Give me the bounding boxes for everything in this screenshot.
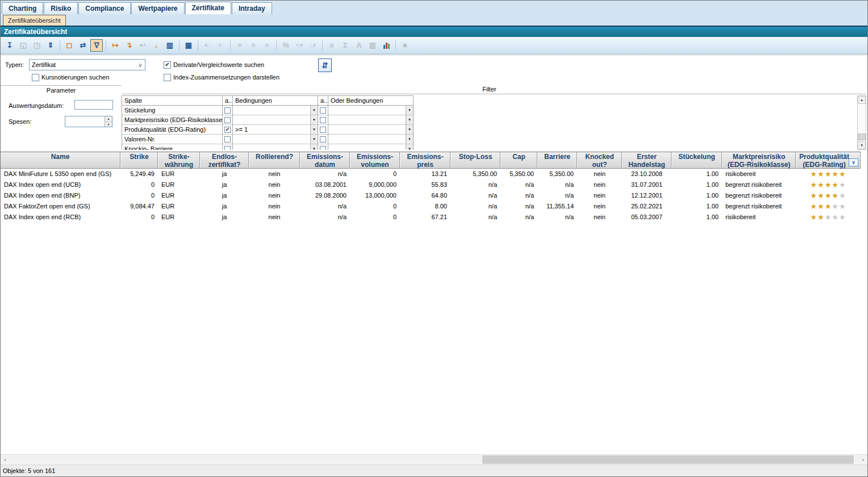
checkbox-icon[interactable]: [224, 127, 231, 133]
checkbox-icon[interactable]: [320, 146, 326, 150]
filter-spalte-cell[interactable]: Produktqualität (EDG-Rating): [122, 125, 223, 135]
fit-height-icon[interactable]: ⇕: [44, 39, 57, 52]
filter-oder-bedingung-cell[interactable]: ▼: [328, 115, 414, 125]
dropdown-arrow-icon[interactable]: ▼: [406, 115, 413, 124]
col-header-strike[interactable]: Strike- währung: [158, 152, 200, 168]
insert-column-icon[interactable]: ↦: [109, 39, 122, 52]
filter-bedingung-cell[interactable]: ▼: [233, 106, 318, 115]
dropdown-arrow-icon[interactable]: ▼: [310, 115, 318, 124]
col-header-rollierend[interactable]: Rollierend?: [249, 152, 300, 168]
filter-oder-aktiv-cell[interactable]: [318, 125, 328, 135]
freeze-header-icon[interactable]: ◻: [63, 39, 76, 52]
kursnotierungen-checkbox[interactable]: Kursnotierungen suchen: [32, 73, 109, 81]
filter-col-header-0[interactable]: Spalte: [122, 96, 223, 106]
dropdown-arrow-icon[interactable]: ▼: [310, 144, 318, 150]
table-row[interactable]: DAX Index open end (BNP)0EURjanein29.08.…: [1, 190, 861, 201]
filter-icon[interactable]: ∇: [90, 39, 103, 52]
col-header-emissions[interactable]: Emissions- volumen: [350, 152, 400, 168]
scrollbar-thumb[interactable]: [858, 133, 866, 140]
filter-col-header-2[interactable]: Bedingungen: [233, 96, 318, 106]
index-zusammensetzungen-checkbox[interactable]: Index-Zusammensetzungen darstellen: [164, 73, 279, 81]
filter-aktiv-cell[interactable]: [223, 125, 233, 135]
col-header-emissions[interactable]: Emissions- datum: [300, 152, 350, 168]
filter-aktiv-cell[interactable]: [223, 135, 233, 144]
dropdown-arrow-icon[interactable]: ▼: [406, 106, 413, 115]
col-header-name[interactable]: Name: [1, 152, 120, 168]
filter-aktiv-cell[interactable]: [223, 115, 233, 125]
filter-oder-aktiv-cell[interactable]: [318, 144, 328, 150]
col-header-st-ckelung[interactable]: Stückelung: [671, 152, 722, 168]
checkbox-icon[interactable]: [32, 74, 39, 81]
col-header-cap[interactable]: Cap: [500, 152, 537, 168]
refresh-search-button[interactable]: ⇵: [318, 58, 332, 72]
column-chooser-icon[interactable]: ▦: [182, 39, 195, 52]
filter-col-header-4[interactable]: Oder Bedingungen: [328, 96, 414, 106]
table-row[interactable]: DAX Index open end (UCB)0EURjanein03.08.…: [1, 179, 861, 190]
col-header-emissions[interactable]: Emissions- preis: [400, 152, 450, 168]
dropdown-arrow-icon[interactable]: ▼: [406, 135, 413, 144]
filter-oder-bedingung-cell[interactable]: ▼: [328, 106, 414, 115]
table-row[interactable]: DAX FaktorZert open end (GS)9,084.47EURj…: [1, 201, 861, 212]
tab-risiko[interactable]: Risiko: [44, 2, 78, 14]
spinner-down-icon[interactable]: ▼: [105, 122, 112, 127]
table-row[interactable]: DAX Index open end (RCB)0EURjaneinn/a067…: [1, 212, 861, 223]
checkbox-icon[interactable]: [224, 146, 231, 150]
col-header-stop-loss[interactable]: Stop-Loss: [450, 152, 500, 168]
checkbox-icon[interactable]: [164, 61, 171, 69]
scroll-up-icon[interactable]: ▲: [858, 96, 866, 104]
filter-oder-aktiv-cell[interactable]: [318, 115, 328, 125]
col-header-knocked[interactable]: Knocked out?: [577, 152, 622, 168]
checkbox-icon[interactable]: [320, 107, 326, 114]
spesen-spinner[interactable]: ▲ ▼: [65, 116, 112, 127]
spinner-up-icon[interactable]: ▲: [105, 116, 112, 122]
tab-intraday[interactable]: Intraday: [232, 2, 272, 14]
produktqualitaet-filter-dropdown[interactable]: ∨: [849, 158, 858, 166]
col-header-marktpreisrisiko[interactable]: Marktpreisrisiko (EDG-Risikoklasse): [722, 152, 796, 168]
filter-bedingung-cell[interactable]: ▼: [233, 135, 318, 144]
tab-zertifikate[interactable]: Zertifikate: [185, 2, 231, 14]
tab-charting[interactable]: Charting: [2, 2, 43, 14]
col-header-erster[interactable]: Erster Handelstag: [622, 152, 671, 168]
histogram-filter-icon[interactable]: ▥: [164, 39, 176, 52]
filter-spalte-cell[interactable]: Stückelung: [122, 106, 223, 115]
table-row[interactable]: DAX MiniFuture L 5350 open end (GS)5,249…: [1, 169, 861, 179]
auswertungsdatum-input[interactable]: [74, 100, 113, 110]
filter-col-header-1[interactable]: a..: [223, 96, 233, 106]
checkbox-icon[interactable]: [320, 127, 326, 133]
filter-bedingung-cell[interactable]: ▼: [233, 115, 318, 125]
filter-oder-aktiv-cell[interactable]: [318, 106, 328, 115]
scroll-left-icon[interactable]: ‹: [1, 455, 10, 464]
checkbox-icon[interactable]: [320, 136, 326, 143]
dropdown-arrow-icon[interactable]: ▼: [406, 125, 413, 134]
swap-axes-icon[interactable]: ⇄: [77, 39, 89, 52]
checkbox-icon[interactable]: [164, 74, 171, 81]
scroll-right-icon[interactable]: ›: [858, 455, 867, 464]
filter-oder-bedingung-cell[interactable]: ▼: [328, 125, 414, 135]
dropdown-arrow-icon[interactable]: ▼: [310, 135, 318, 144]
checkbox-icon[interactable]: [224, 107, 231, 114]
col-header-produktqualit-t[interactable]: Produktqualität (EDG-Rating)∨: [796, 152, 861, 168]
typen-select[interactable]: Zertifikat ∨: [29, 59, 145, 70]
dropdown-arrow-icon[interactable]: ▼: [406, 144, 413, 150]
filter-bedingung-cell[interactable]: ▼: [233, 144, 318, 150]
chart-color-icon[interactable]: [380, 39, 393, 52]
filter-bedingung-cell[interactable]: >= 1▼: [233, 125, 318, 135]
col-header-strike[interactable]: Strike: [120, 152, 158, 168]
filter-spalte-cell[interactable]: Valoren-Nr.: [122, 135, 223, 144]
checkbox-icon[interactable]: [224, 136, 231, 143]
export-table-icon[interactable]: ↧: [3, 39, 16, 52]
insert-row-icon[interactable]: ↴: [123, 39, 135, 52]
horizontal-scrollbar[interactable]: ‹ ›: [1, 454, 867, 464]
tab-wertpapiere[interactable]: Wertpapiere: [131, 2, 184, 14]
subtab-zertifikateuebersicht[interactable]: Zertifikateübersicht: [3, 15, 66, 26]
tab-compliance[interactable]: Compliance: [78, 2, 131, 14]
dropdown-arrow-icon[interactable]: ▼: [310, 125, 318, 134]
goto-row-icon[interactable]: ↓: [150, 39, 162, 52]
filter-aktiv-cell[interactable]: [223, 144, 233, 150]
filter-oder-aktiv-cell[interactable]: [318, 135, 328, 144]
scroll-down-icon[interactable]: ▼: [858, 141, 866, 149]
checkbox-icon[interactable]: [320, 117, 326, 123]
spesen-input[interactable]: [65, 116, 105, 127]
checkbox-icon[interactable]: [224, 117, 231, 123]
filter-spalte-cell[interactable]: Knockin- Barriere: [122, 144, 223, 150]
